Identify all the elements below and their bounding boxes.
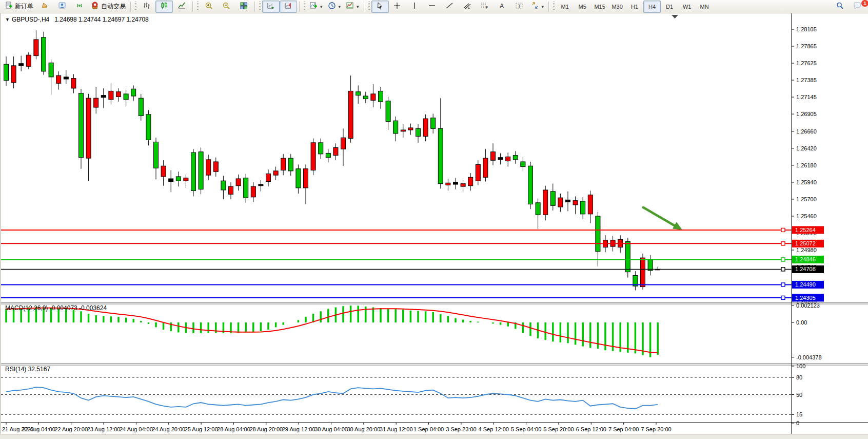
notification-badge: 1 [861,0,868,7]
candle-body [116,92,121,97]
timeframe-label: M30 [611,4,622,10]
candlestick-chart-button[interactable] [155,1,173,13]
svg-text:29 Aug 12:00: 29 Aug 12:00 [282,426,315,432]
profile-button[interactable] [53,1,71,13]
svg-text:30 Aug 20:00: 30 Aug 20:00 [347,426,380,432]
styler-button[interactable] [36,1,53,13]
auto-trading-button[interactable]: 自动交易 [88,1,128,13]
svg-text:A: A [500,3,504,10]
bar-chart-button[interactable] [138,1,155,13]
svg-text:3 Sep 23:00: 3 Sep 23:00 [446,426,476,432]
auto-scroll-button[interactable] [262,1,280,13]
trendline-button[interactable] [441,1,459,13]
timeframe-m15-button[interactable]: M15 [591,1,608,13]
candlestick-icon [160,2,169,11]
hline-handle[interactable] [781,268,785,271]
hline-handle[interactable] [781,258,785,261]
timeframe-h1-button[interactable]: H1 [626,1,643,13]
svg-text:80: 80 [796,374,802,380]
text-label-button[interactable]: T [511,1,528,13]
templates-button[interactable]: ▾ [343,1,362,13]
tile-windows-icon [240,2,248,11]
dropdown-caret-icon[interactable]: ▾ [320,4,323,9]
templates-icon [346,2,354,11]
timeframe-w1-button[interactable]: W1 [678,1,696,13]
chart-shift-button[interactable] [280,1,297,13]
candle-body [438,128,443,183]
svg-text:1.25460: 1.25460 [796,213,817,219]
arrows-button[interactable]: ▾ [528,1,547,13]
chat-icon [853,2,862,11]
timeframe-h4-button[interactable]: H4 [643,1,661,13]
periods-icon [328,2,337,11]
vertical-line-button[interactable] [406,1,424,13]
chart-window[interactable]: ▼GBPUSD-,H4 1.24698 1.24744 1.24697 1.24… [0,13,868,434]
cursor-button[interactable] [371,1,389,13]
timeframe-label: W1 [683,4,692,10]
hline-handle[interactable] [781,296,785,299]
svg-text:28 Aug 04:00: 28 Aug 04:00 [217,426,250,432]
toolbar-grip[interactable] [259,2,261,12]
toolbar-grip[interactable] [304,2,305,12]
zoom-in-icon [205,2,213,11]
candle-body [528,166,533,204]
dropdown-caret-icon[interactable]: ▾ [339,4,341,9]
candle-body [446,183,450,185]
horizontal-line-button[interactable] [424,1,441,13]
search-button[interactable] [831,1,849,13]
new-order-button[interactable]: 新订单 [2,1,36,13]
line-chart-button[interactable] [173,1,190,13]
text-label-icon: T [515,2,524,11]
candle-body [259,184,263,186]
hline-handle[interactable] [781,283,785,287]
toolbar-grip[interactable] [135,2,136,12]
candle-body [333,147,338,155]
main-toolbar: 新订单自动交易▾▾▾EFAT▾M1M5M15M30H1H4D1W1MN1 [0,0,868,13]
crosshair-button[interactable] [389,1,406,13]
timeframe-label: M5 [578,4,586,10]
svg-text:100: 100 [796,363,805,369]
text-button[interactable]: A [494,1,511,13]
svg-text:1.27385: 1.27385 [796,77,817,83]
dropdown-caret-icon[interactable]: ▾ [357,4,359,9]
timeframe-m5-button[interactable]: M5 [574,1,591,13]
signals-button[interactable] [71,1,88,13]
crosshair-icon [393,2,402,11]
line-chart-icon [177,2,186,11]
svg-text:1.24305: 1.24305 [795,295,816,301]
candle-body [326,153,330,157]
new-order-button-label: 新订单 [15,2,33,11]
tile-windows-button[interactable] [235,1,252,13]
periods-button[interactable]: ▾ [325,1,344,13]
candle-body [648,259,653,271]
toolbar-grip[interactable] [197,2,199,12]
toolbar-grip[interactable] [553,2,555,12]
fibonacci-button[interactable]: F [476,1,494,13]
candle-body [244,178,248,198]
candle-body [281,158,286,170]
chevron-down-icon[interactable]: ▼ [5,17,10,22]
auto-trading-button-label: 自动交易 [101,2,126,11]
hline-handle[interactable] [781,242,785,245]
chart-background [1,13,868,434]
timeframe-d1-button[interactable]: D1 [661,1,678,13]
chart-canvas[interactable]: 1.281051.278651.276251.273851.271451.269… [1,13,868,434]
hline-handle[interactable] [781,228,785,232]
svg-text:1.26905: 1.26905 [796,111,817,117]
timeframe-label: H4 [648,4,656,10]
toolbar-grip[interactable] [368,2,370,12]
zoom-out-button[interactable] [218,1,235,13]
timeframe-m30-button[interactable]: M30 [608,1,626,13]
equidistant-channel-button[interactable]: E [459,1,476,13]
dropdown-caret-icon[interactable]: ▾ [542,4,544,9]
candle-body [56,75,61,83]
zoom-in-button[interactable] [200,1,218,13]
candle-body [319,143,323,154]
indicators-button[interactable]: ▾ [307,1,325,13]
vertical-line-icon [410,2,419,11]
timeframe-m1-button[interactable]: M1 [556,1,574,13]
timeframe-mn-button[interactable]: MN [696,1,713,13]
candle-body [506,157,510,161]
chat-button[interactable]: 1 [849,1,866,13]
candle-body [386,101,390,122]
